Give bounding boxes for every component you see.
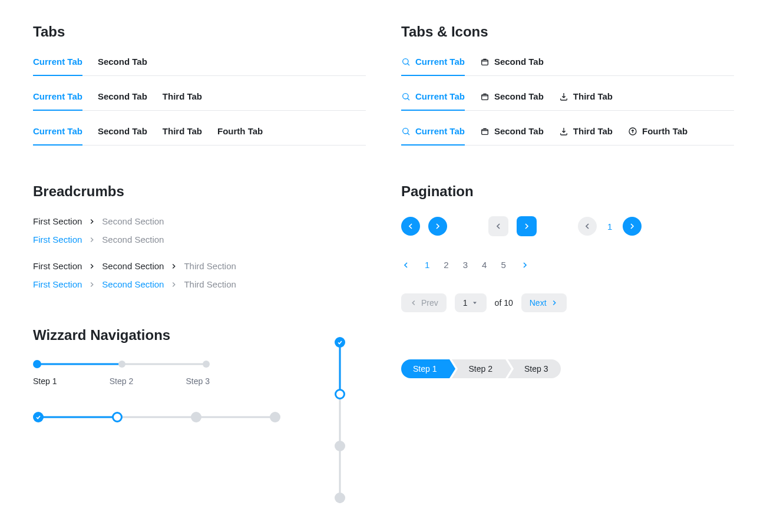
tab-second[interactable]: Second Tab [98, 91, 147, 111]
tabbar-3: Current Tab Second Tab Third Tab [33, 91, 366, 111]
wizard-dot-4[interactable] [270, 412, 280, 422]
tab-second[interactable]: Second Tab [480, 126, 544, 146]
wizard-label-2: Step 2 [110, 376, 133, 386]
wizard-dot-3[interactable] [203, 361, 210, 368]
search-icon [401, 127, 411, 136]
search-icon [401, 57, 411, 67]
wizard-dot-2[interactable] [118, 361, 125, 368]
vwiz-dot-done[interactable] [335, 337, 345, 348]
tab-third[interactable]: Third Tab [163, 126, 202, 146]
page-2[interactable]: 2 [444, 260, 448, 270]
wizard-dot-3[interactable] [191, 412, 201, 422]
wizard-dot-1[interactable] [33, 360, 41, 368]
tab-third[interactable]: Third Tab [163, 91, 202, 111]
pagination-numbers: 1 2 3 4 5 [401, 260, 734, 270]
tab-second[interactable]: Second Tab [480, 91, 544, 111]
page-1[interactable]: 1 [425, 260, 429, 270]
tab-second[interactable]: Second Tab [98, 57, 147, 76]
next-arrow[interactable] [520, 260, 530, 270]
breadcrumb-row: First Section Second Section [33, 234, 366, 244]
pagination-controls: Prev 1 of 10 Next [401, 293, 734, 312]
tab-fourth[interactable]: Fourth Tab [628, 126, 687, 146]
box-icon [480, 127, 490, 136]
crumb-second: Second Section [102, 216, 164, 226]
crumb-first[interactable]: First Section [33, 279, 82, 289]
next-button[interactable]: Next [521, 293, 567, 312]
breadcrumb-row: First Section Second Section Third Secti… [33, 279, 366, 289]
chevron-right-icon [88, 262, 96, 270]
tab-current[interactable]: Current Tab [401, 126, 465, 146]
tab-current[interactable]: Current Tab [401, 57, 465, 76]
wizard-dot-done[interactable] [33, 412, 44, 422]
tab-second[interactable]: Second Tab [98, 126, 147, 146]
tab-current[interactable]: Current Tab [401, 91, 465, 111]
page-number: 1 [605, 222, 614, 232]
crumb-first[interactable]: First Section [33, 261, 82, 271]
section-title-breadcrumbs: Breadcrumbs [33, 183, 366, 200]
wizard-step-3[interactable]: Step 3 [508, 359, 561, 378]
svg-rect-5 [482, 94, 488, 100]
svg-rect-2 [482, 60, 488, 65]
section-title-pagination: Pagination [401, 183, 734, 200]
vwiz-dot-3[interactable] [335, 441, 345, 451]
svg-line-1 [408, 63, 409, 65]
crumb-second[interactable]: Second Section [102, 261, 164, 271]
wizard-step-1[interactable]: Step 1 [401, 359, 449, 378]
tab-third[interactable]: Third Tab [559, 126, 613, 146]
tabbar-2: Current Tab Second Tab [33, 57, 366, 76]
tabbar-icons-2: Current Tab Second Tab [401, 57, 734, 76]
page-select[interactable]: 1 [455, 293, 487, 312]
download-icon [559, 127, 568, 136]
page-5[interactable]: 5 [501, 260, 505, 270]
prev-arrow[interactable] [401, 260, 411, 270]
wizard-step-2[interactable]: Step 2 [452, 359, 505, 378]
section-title-wizard: Wizzard Navigations [33, 327, 366, 343]
chevron-right-icon [88, 217, 96, 226]
section-title-tabs-icons: Tabs & Icons [401, 24, 734, 40]
prev-button[interactable] [578, 217, 597, 236]
chevron-right-icon [88, 236, 96, 244]
breadcrumb-row: First Section Second Section Third Secti… [33, 261, 366, 271]
prev-button[interactable]: Prev [401, 293, 447, 312]
tab-second[interactable]: Second Tab [480, 57, 544, 76]
wizard-dot-current[interactable] [112, 412, 123, 422]
vwiz-dot-current[interactable] [335, 389, 345, 399]
box-icon [480, 92, 490, 101]
section-title-tabs: Tabs [33, 24, 366, 40]
upload-circle-icon [628, 127, 637, 136]
crumb-second: Second Section [102, 234, 164, 244]
wizard-3step: Step 1 Step 2 Step 3 [33, 360, 210, 386]
crumb-second[interactable]: Second Section [102, 279, 164, 289]
svg-line-7 [408, 133, 409, 134]
search-icon [401, 92, 411, 101]
tab-current[interactable]: Current Tab [33, 91, 82, 111]
tab-third[interactable]: Third Tab [559, 91, 613, 111]
prev-button[interactable] [401, 217, 420, 236]
page-4[interactable]: 4 [482, 260, 487, 270]
next-button[interactable] [428, 217, 447, 236]
svg-point-6 [403, 128, 408, 133]
wizard-vertical [335, 337, 345, 484]
page-3[interactable]: 3 [463, 260, 468, 270]
tabbar-icons-3: Current Tab Second Tab Third Tab [401, 91, 734, 111]
chevron-right-icon [170, 262, 178, 270]
crumb-first[interactable]: First Section [33, 234, 82, 244]
tab-fourth[interactable]: Fourth Tab [217, 126, 263, 146]
tabbar-icons-4: Current Tab Second Tab Third Tab Fourth … [401, 126, 734, 146]
svg-line-4 [408, 98, 409, 100]
pagination-circles: 1 [401, 216, 734, 236]
tabbar-4: Current Tab Second Tab Third Tab Fourth … [33, 126, 366, 146]
prev-button[interactable] [488, 216, 508, 236]
svg-point-3 [403, 93, 408, 98]
wizard-label-1: Step 1 [33, 376, 57, 386]
tab-current[interactable]: Current Tab [33, 57, 82, 76]
chevron-right-icon [88, 280, 96, 289]
download-icon [559, 92, 568, 101]
next-button[interactable] [623, 217, 642, 236]
tab-current[interactable]: Current Tab [33, 126, 82, 146]
wizard-label-3: Step 3 [186, 376, 210, 386]
page-total: of 10 [495, 298, 513, 308]
crumb-first[interactable]: First Section [33, 216, 82, 226]
next-button[interactable] [517, 216, 537, 236]
wizard-4step [33, 412, 280, 422]
